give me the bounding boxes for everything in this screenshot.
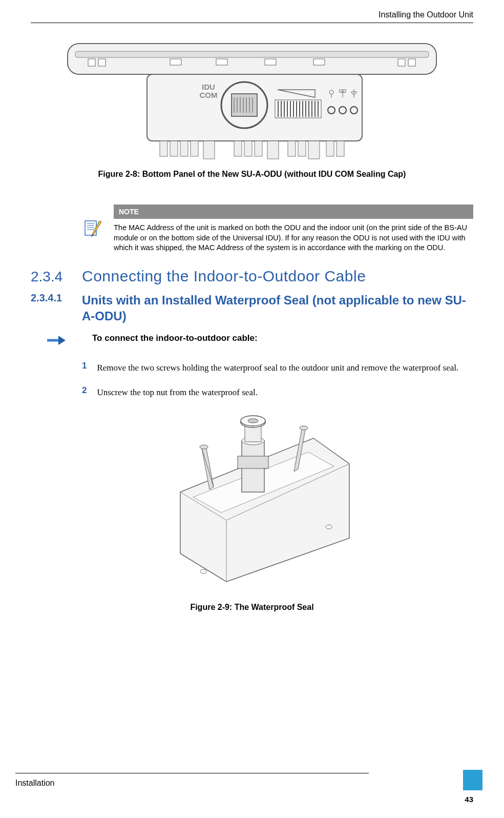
svg-point-67 xyxy=(200,445,208,449)
svg-text:COM: COM xyxy=(200,91,218,99)
note-label: NOTE xyxy=(119,208,139,216)
figure-2-caption: Figure 2-9: The Waterproof Seal xyxy=(31,603,473,612)
section-number: 2.3.4 xyxy=(31,269,82,285)
svg-rect-20 xyxy=(275,100,321,118)
note-header: NOTE xyxy=(114,205,473,219)
svg-rect-52 xyxy=(244,141,252,156)
figure-1-container: IDU COM Figure 2-8: Bottom Panel of the … xyxy=(31,38,473,179)
odu-bottom-panel-diagram: IDU COM xyxy=(60,38,444,161)
svg-rect-53 xyxy=(255,141,262,156)
svg-rect-51 xyxy=(234,141,242,156)
svg-rect-4 xyxy=(170,59,181,65)
subsection-number: 2.3.4.1 xyxy=(31,292,82,304)
svg-rect-54 xyxy=(267,141,279,159)
svg-point-69 xyxy=(300,426,308,430)
svg-text:IDU: IDU xyxy=(202,83,215,91)
svg-rect-55 xyxy=(288,141,296,156)
svg-rect-2 xyxy=(88,59,95,66)
svg-rect-0 xyxy=(68,44,436,74)
svg-rect-48 xyxy=(180,141,188,156)
section-heading: 2.3.4 Connecting the Indoor-to-Outdoor C… xyxy=(31,268,473,285)
header-title: Installing the Outdoor Unit xyxy=(379,10,473,19)
page-footer: Installation 43 xyxy=(15,773,473,804)
svg-rect-8 xyxy=(398,59,405,66)
step-text: Unscrew the top nut from the waterproof … xyxy=(97,385,257,400)
svg-rect-47 xyxy=(170,141,178,156)
svg-rect-12 xyxy=(232,94,257,116)
svg-rect-56 xyxy=(298,141,306,156)
svg-rect-57 xyxy=(308,141,320,159)
svg-rect-59 xyxy=(337,141,344,156)
svg-rect-49 xyxy=(191,141,198,156)
subsection-title: Units with an Installed Waterproof Seal … xyxy=(82,292,473,324)
figure-1-caption: Figure 2-8: Bottom Panel of the New SU-A… xyxy=(31,170,473,179)
footer-label: Installation xyxy=(15,779,473,788)
svg-point-76 xyxy=(248,419,258,423)
subsection-heading: 2.3.4.1 Units with an Installed Waterpro… xyxy=(31,292,473,324)
svg-rect-72 xyxy=(238,456,268,468)
procedure-title: To connect the indoor-to-outdoor cable: xyxy=(92,333,258,343)
svg-rect-5 xyxy=(216,59,227,65)
svg-rect-3 xyxy=(98,59,106,66)
section-title: Connecting the Indoor-to-Outdoor Cable xyxy=(82,268,366,285)
footer-accent-bar xyxy=(463,770,482,790)
arrow-icon xyxy=(46,334,67,349)
step-number: 2 xyxy=(82,385,87,400)
figure-2-container: Figure 2-9: The Waterproof Seal xyxy=(31,410,473,612)
svg-rect-6 xyxy=(265,59,276,65)
note-text: The MAC Address of the unit is marked on… xyxy=(114,223,473,253)
procedure-heading: To connect the indoor-to-outdoor cable: xyxy=(46,333,473,349)
svg-rect-1 xyxy=(75,51,429,57)
svg-rect-9 xyxy=(408,59,415,66)
step-number: 1 xyxy=(82,361,87,375)
note-block: NOTE The MAC Address of the unit is mark… xyxy=(82,205,473,253)
page-number: 43 xyxy=(15,795,473,804)
svg-rect-46 xyxy=(160,141,167,156)
svg-rect-58 xyxy=(326,141,334,156)
svg-rect-73 xyxy=(245,425,261,442)
svg-point-66 xyxy=(200,569,206,574)
note-icon xyxy=(82,218,103,241)
step-2: 2 Unscrew the top nut from the waterproo… xyxy=(82,385,473,400)
svg-point-65 xyxy=(326,525,332,529)
svg-rect-50 xyxy=(203,141,215,159)
page-header: Installing the Outdoor Unit xyxy=(31,10,473,23)
waterproof-seal-diagram xyxy=(144,410,360,595)
step-1: 1 Remove the two screws holding the wate… xyxy=(82,361,473,375)
footer-rule xyxy=(15,773,369,773)
svg-rect-7 xyxy=(313,59,325,65)
step-text: Remove the two screws holding the waterp… xyxy=(97,361,458,375)
